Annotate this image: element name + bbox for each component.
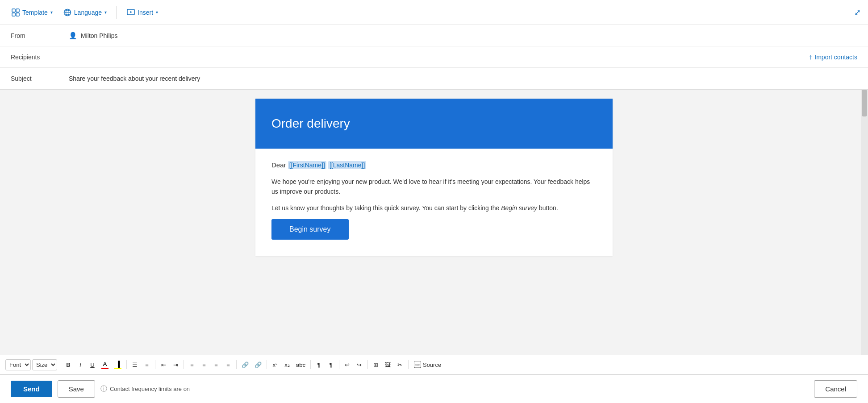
recipients-input[interactable]: [69, 54, 809, 61]
fmt-sep-5: [236, 360, 237, 369]
fmt-sep-1: [60, 360, 60, 369]
justify-button[interactable]: ≡: [223, 360, 234, 370]
outdent-button[interactable]: ⇤: [158, 360, 169, 370]
personalization-button[interactable]: 🔗: [239, 360, 251, 370]
font-color-icon: A: [103, 361, 107, 367]
language-icon: [63, 8, 71, 17]
email-inner: Order delivery Dear [[FirstName]] [[Last…: [255, 90, 613, 265]
email-greeting: Dear [[FirstName]] [[LastName]]: [271, 161, 597, 169]
language-label: Language: [74, 9, 102, 16]
insert-chevron-icon: ▾: [156, 10, 158, 15]
font-color-bar: [101, 368, 108, 369]
import-icon: ↑: [809, 53, 812, 61]
indent-button[interactable]: ⇥: [170, 360, 181, 370]
font-select[interactable]: Font: [5, 359, 31, 370]
svg-rect-2: [12, 13, 15, 16]
lastname-tag: [[LastName]]: [328, 161, 366, 169]
remove-format-button[interactable]: ✂: [395, 360, 405, 370]
language-button[interactable]: Language ▾: [59, 6, 111, 19]
undo-button[interactable]: ↩: [342, 360, 353, 370]
template-button[interactable]: Template ▾: [7, 6, 57, 19]
fmt-sep-7: [310, 360, 311, 369]
superscript-button[interactable]: x²: [270, 360, 280, 370]
import-contacts-button[interactable]: ↑ Import contacts: [809, 53, 857, 61]
recipients-value[interactable]: [69, 54, 809, 61]
highlight-button[interactable]: ▐: [112, 359, 124, 371]
subject-row: Subject Share your feedback about your r…: [0, 68, 868, 89]
font-color-button[interactable]: A: [99, 359, 111, 371]
redo-button[interactable]: ↪: [354, 360, 365, 370]
fmt-sep-3: [155, 360, 155, 369]
email-header: Order delivery: [255, 99, 613, 149]
info-icon: ⓘ: [100, 385, 107, 393]
svg-text:</>: </>: [415, 363, 420, 367]
template-label: Template: [22, 9, 48, 16]
underline-button[interactable]: U: [87, 360, 98, 370]
subject-value: Share your feedback about your recent de…: [69, 75, 857, 82]
form-area: From 👤 Milton Philips Recipients ↑ Impor…: [0, 25, 868, 90]
bold-button[interactable]: B: [63, 360, 74, 370]
highlight-icon: ▐: [116, 361, 120, 367]
subject-label: Subject: [11, 75, 69, 82]
table-button[interactable]: ⊞: [371, 360, 381, 370]
email-content: Order delivery Dear [[FirstName]] [[Last…: [255, 99, 613, 256]
email-header-title: Order delivery: [271, 116, 597, 131]
user-icon: 👤: [69, 32, 77, 40]
para2-start: Let us know your thoughts by taking this…: [271, 204, 501, 212]
fmt-sep-10: [408, 360, 409, 369]
toolbar-right: ⤢: [854, 8, 861, 17]
italic-button[interactable]: I: [75, 360, 86, 370]
image-button[interactable]: 🖼: [383, 360, 393, 370]
fmt-sep-2: [126, 360, 127, 369]
begin-survey-button[interactable]: Begin survey: [271, 219, 349, 240]
save-button[interactable]: Save: [58, 380, 95, 398]
insert-label: Insert: [138, 9, 153, 16]
scrollbar-thumb[interactable]: [862, 90, 867, 116]
from-name: Milton Philips: [81, 32, 117, 39]
email-body[interactable]: Dear [[FirstName]] [[LastName]] We hope …: [255, 149, 613, 256]
align-left-button[interactable]: ≡: [187, 360, 197, 370]
template-chevron-icon: ▾: [50, 10, 53, 15]
link-button[interactable]: 🔗: [252, 360, 264, 370]
subscript-button[interactable]: x₂: [282, 360, 292, 370]
source-label: Source: [423, 361, 441, 368]
ordered-list-button[interactable]: ≡: [142, 360, 152, 370]
import-contacts-label: Import contacts: [814, 54, 857, 61]
template-icon: [12, 8, 20, 17]
subject-text: Share your feedback about your recent de…: [69, 75, 200, 82]
recipients-label: Recipients: [11, 54, 69, 61]
align-right-button[interactable]: ≡: [211, 360, 221, 370]
action-bar: Send Save ⓘ Contact frequency limits are…: [0, 374, 868, 403]
unordered-list-button[interactable]: ☰: [129, 360, 140, 370]
align-center-button[interactable]: ≡: [199, 360, 209, 370]
send-button[interactable]: Send: [11, 381, 52, 397]
email-paragraph-2: Let us know your thoughts by taking this…: [271, 203, 597, 213]
rtl-button[interactable]: ¶: [326, 360, 336, 370]
paragraph-button[interactable]: ¶: [313, 360, 324, 370]
strikethrough-button[interactable]: abc: [294, 360, 308, 370]
from-label: From: [11, 32, 69, 39]
para2-italic: Begin survey: [501, 204, 537, 212]
recipients-row: Recipients ↑ Import contacts: [0, 46, 868, 68]
svg-rect-0: [12, 9, 15, 12]
fmt-sep-6: [267, 360, 267, 369]
firstname-tag: [[FirstName]]: [288, 161, 326, 169]
cancel-button[interactable]: Cancel: [814, 380, 857, 398]
email-paragraph-1: We hope you're enjoying your new product…: [271, 177, 597, 197]
para2-end: button.: [537, 204, 558, 212]
highlight-color-bar: [114, 368, 121, 369]
frequency-notice-text: Contact frequency limits are on: [110, 386, 190, 392]
svg-rect-1: [16, 9, 19, 12]
format-toolbar: Font Size B I U A ▐ ☰ ≡ ⇤ ⇥ ≡ ≡ ≡ ≡ 🔗 🔗 …: [0, 355, 868, 374]
source-button[interactable]: </> Source: [411, 360, 444, 370]
greeting-text: Dear: [271, 161, 288, 169]
from-value: 👤 Milton Philips: [69, 32, 857, 40]
frequency-notice: ⓘ Contact frequency limits are on: [100, 385, 190, 393]
expand-icon[interactable]: ⤢: [854, 8, 861, 17]
scrollbar-track[interactable]: [861, 90, 868, 355]
insert-button[interactable]: Insert ▾: [122, 6, 163, 19]
fmt-sep-8: [339, 360, 339, 369]
email-editor-area: Order delivery Dear [[FirstName]] [[Last…: [0, 90, 868, 355]
insert-icon: [127, 8, 135, 17]
size-select[interactable]: Size: [32, 359, 57, 370]
